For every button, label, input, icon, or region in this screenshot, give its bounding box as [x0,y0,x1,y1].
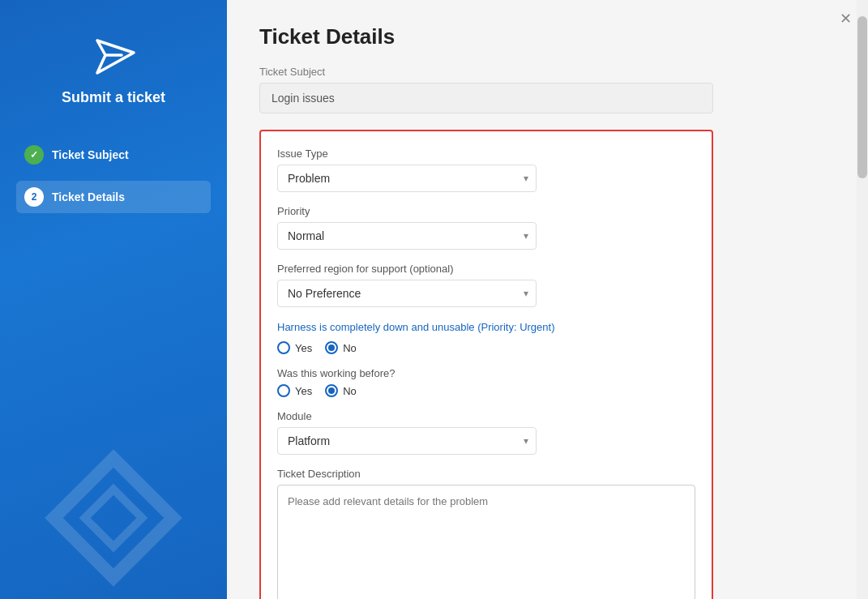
sidebar-title: Submit a ticket [62,89,165,106]
working-before-yes-label: Yes [295,385,312,397]
page-title: Ticket Details [259,24,844,49]
sidebar: Submit a ticket ✓ Ticket Subject 2 Ticke… [0,0,227,599]
close-button[interactable]: ✕ [840,10,852,28]
ticket-subject-field: Ticket Subject Login issues [259,66,844,113]
urgency-no-label: No [343,342,357,354]
working-before-yes-option[interactable]: Yes [277,384,312,397]
step1-label: Ticket Subject [52,148,129,161]
urgency-no-option[interactable]: No [325,341,357,354]
scrollbar-thumb[interactable] [857,16,867,178]
preferred-region-field: Preferred region for support (optional) … [277,263,695,307]
urgency-field: Harness is completely down and unusable … [277,320,695,354]
working-before-no-label: No [343,385,357,397]
module-field: Module Platform CI CD CCM STO SRM ▾ [277,410,695,455]
ticket-description-textarea[interactable] [277,485,695,599]
working-before-label: Was this working before? [277,367,695,379]
issue-type-wrapper: Problem Question Feature Request Bug ▾ [277,165,537,192]
urgency-yes-radio[interactable] [277,341,290,354]
watermark [65,469,162,567]
priority-select[interactable]: Normal Low High Urgent [277,222,537,250]
scrollbar-track [857,0,868,599]
preferred-region-wrapper: No Preference US EU APAC ▾ [277,280,537,307]
issue-type-label: Issue Type [277,148,695,160]
priority-wrapper: Normal Low High Urgent ▾ [277,222,537,250]
ticket-subject-label: Ticket Subject [259,66,844,78]
sidebar-steps: ✓ Ticket Subject 2 Ticket Details [16,139,211,213]
main-panel: ✕ Ticket Details Ticket Subject Login is… [227,0,868,599]
step2-label: Ticket Details [52,190,125,203]
preferred-region-select[interactable]: No Preference US EU APAC [277,280,537,307]
main-content: ✕ Ticket Details Ticket Subject Login is… [227,0,868,599]
issue-type-select[interactable]: Problem Question Feature Request Bug [277,165,537,192]
working-before-no-option[interactable]: No [325,384,357,397]
module-wrapper: Platform CI CD CCM STO SRM ▾ [277,427,537,455]
step2-indicator: 2 [24,187,44,207]
svg-marker-0 [97,41,134,73]
module-label: Module [277,410,695,422]
urgency-no-radio[interactable] [325,341,338,354]
working-before-no-radio[interactable] [325,384,338,397]
sidebar-step-ticket-details[interactable]: 2 Ticket Details [16,181,211,213]
working-before-yes-radio[interactable] [277,384,290,397]
urgency-yes-label: Yes [295,342,312,354]
ticket-description-label: Ticket Description [277,468,695,480]
ticket-subject-value: Login issues [259,83,713,113]
details-section: Issue Type Problem Question Feature Requ… [259,130,713,599]
urgency-radio-group: Yes No [277,341,695,354]
urgency-info-text: Harness is completely down and unusable … [277,320,695,335]
urgency-yes-option[interactable]: Yes [277,341,312,354]
module-select[interactable]: Platform CI CD CCM STO SRM [277,427,537,455]
issue-type-field: Issue Type Problem Question Feature Requ… [277,148,695,192]
working-before-radio-group: Yes No [277,384,695,397]
priority-label: Priority [277,205,695,217]
working-before-field: Was this working before? Yes No [277,367,695,397]
priority-field: Priority Normal Low High Urgent ▾ [277,205,695,250]
ticket-description-field: Ticket Description [277,468,695,599]
sidebar-step-ticket-subject[interactable]: ✓ Ticket Subject [16,139,211,171]
submit-ticket-icon [89,32,138,81]
step1-indicator: ✓ [24,145,44,165]
preferred-region-label: Preferred region for support (optional) [277,263,695,275]
